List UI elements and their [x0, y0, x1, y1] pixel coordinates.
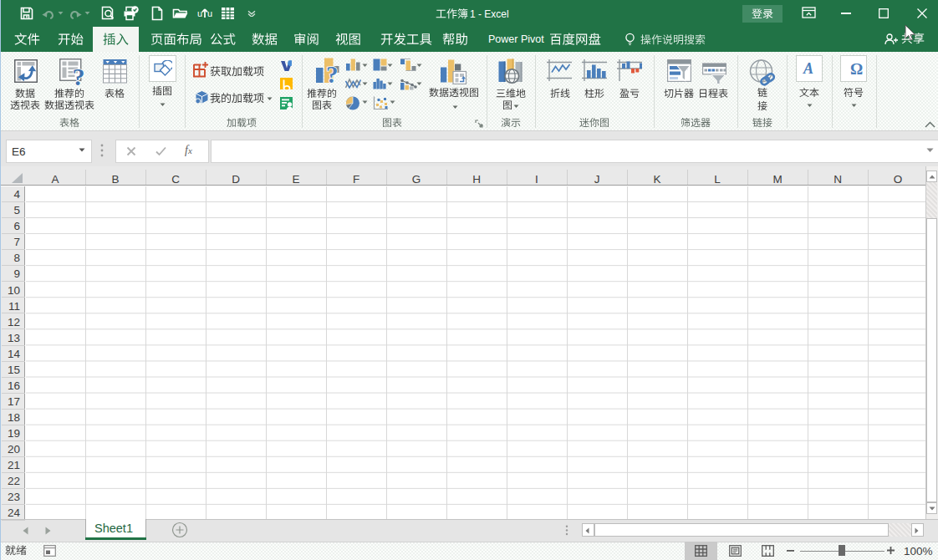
- svg-text:u: u: [207, 8, 212, 18]
- svg-text:?: ?: [73, 63, 85, 87]
- svg-text:u: u: [197, 8, 202, 18]
- svg-text:?: ?: [326, 61, 339, 84]
